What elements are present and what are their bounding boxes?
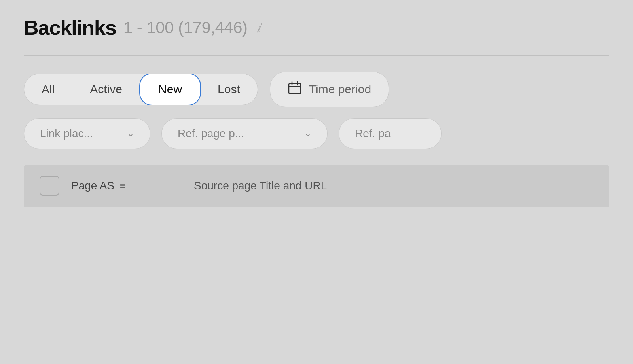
select-all-checkbox[interactable] bbox=[40, 176, 59, 196]
page-container: Backlinks 1 - 100 (179,446) 𝑖 All Active… bbox=[0, 0, 633, 364]
header-section: Backlinks 1 - 100 (179,446) 𝑖 bbox=[24, 16, 609, 40]
col-page-as-label: Page AS bbox=[71, 179, 114, 192]
info-icon[interactable]: 𝑖 bbox=[256, 19, 260, 36]
chevron-down-icon: ⌄ bbox=[304, 128, 311, 139]
sort-icon[interactable]: ≡ bbox=[120, 180, 125, 191]
svg-rect-0 bbox=[289, 83, 301, 94]
col-page-as: Page AS ≡ bbox=[71, 179, 182, 192]
page-title: Backlinks bbox=[24, 16, 116, 40]
time-period-label: Time period bbox=[309, 83, 371, 96]
time-period-button[interactable]: Time period bbox=[270, 72, 389, 107]
tab-all[interactable]: All bbox=[24, 74, 72, 105]
filter-row-1: All Active New Lost Time period bbox=[24, 72, 609, 107]
tab-lost[interactable]: Lost bbox=[200, 74, 258, 105]
ref-page-partial-label: Ref. pa bbox=[355, 127, 390, 140]
header-range: 1 - 100 (179,446) bbox=[123, 18, 248, 37]
link-placement-dropdown[interactable]: Link plac... ⌄ bbox=[24, 118, 150, 149]
filter-row-2: Link plac... ⌄ Ref. page p... ⌄ Ref. pa bbox=[24, 118, 609, 149]
filter-tab-group: All Active New Lost bbox=[24, 74, 258, 105]
ref-page-power-dropdown[interactable]: Ref. page p... ⌄ bbox=[161, 118, 328, 149]
link-placement-label: Link plac... bbox=[40, 127, 93, 140]
tab-new[interactable]: New bbox=[139, 74, 201, 105]
table-header: Page AS ≡ Source page Title and URL bbox=[24, 165, 609, 207]
ref-page-partial-dropdown[interactable]: Ref. pa bbox=[339, 118, 442, 149]
calendar-icon bbox=[288, 81, 302, 98]
chevron-down-icon: ⌄ bbox=[127, 128, 134, 139]
col-source-page: Source page Title and URL bbox=[194, 179, 327, 192]
col-source-page-label: Source page Title and URL bbox=[194, 179, 327, 192]
ref-page-power-label: Ref. page p... bbox=[178, 127, 244, 140]
divider bbox=[24, 55, 609, 56]
tab-active[interactable]: Active bbox=[72, 74, 140, 105]
